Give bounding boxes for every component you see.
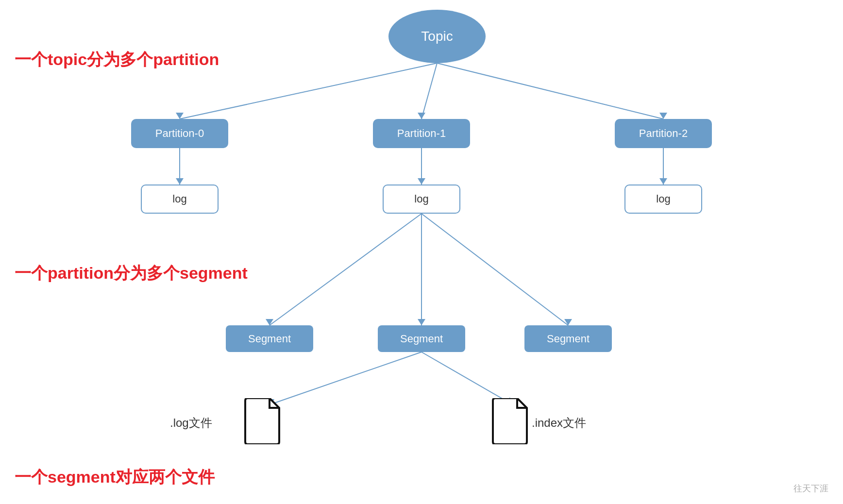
svg-line-12: [270, 214, 422, 325]
annotation-partition-segment: 一个partition分为多个segment: [15, 262, 248, 285]
svg-marker-9: [418, 178, 425, 185]
svg-marker-5: [659, 113, 667, 119]
segment-0-box: Segment: [226, 325, 313, 352]
svg-marker-3: [418, 113, 425, 119]
svg-marker-1: [176, 113, 184, 119]
watermark: 往天下涯: [793, 483, 828, 494]
log-file-icon: [243, 398, 282, 444]
svg-line-4: [437, 63, 663, 119]
log-1-box: log: [383, 185, 460, 214]
svg-marker-17: [564, 319, 572, 325]
svg-line-20: [422, 352, 510, 403]
svg-line-2: [422, 63, 437, 119]
partition-0-box: Partition-0: [131, 119, 228, 148]
segment-1-box: Segment: [378, 325, 465, 352]
connector-lines: [0, 0, 843, 504]
topic-label: Topic: [421, 29, 453, 44]
partition-2-box: Partition-2: [615, 119, 712, 148]
diagram-container: Topic 一个topic分为多个partition Partition-0 P…: [0, 0, 843, 504]
svg-marker-7: [176, 178, 184, 185]
index-file-icon: [490, 398, 529, 444]
svg-marker-13: [266, 319, 273, 325]
svg-line-18: [274, 352, 422, 403]
svg-marker-15: [418, 319, 425, 325]
partition-1-box: Partition-1: [373, 119, 470, 148]
segment-2-box: Segment: [524, 325, 612, 352]
svg-line-16: [422, 214, 568, 325]
topic-node: Topic: [388, 10, 486, 63]
log-2-box: log: [624, 185, 702, 214]
annotation-topic-partition: 一个topic分为多个partition: [15, 49, 219, 71]
svg-line-0: [180, 63, 437, 119]
log-file-label: .log文件: [170, 415, 212, 431]
svg-marker-11: [659, 178, 667, 185]
annotation-segment-files: 一个segment对应两个文件: [15, 466, 215, 488]
log-0-box: log: [141, 185, 219, 214]
index-file-label: .index文件: [532, 415, 586, 431]
